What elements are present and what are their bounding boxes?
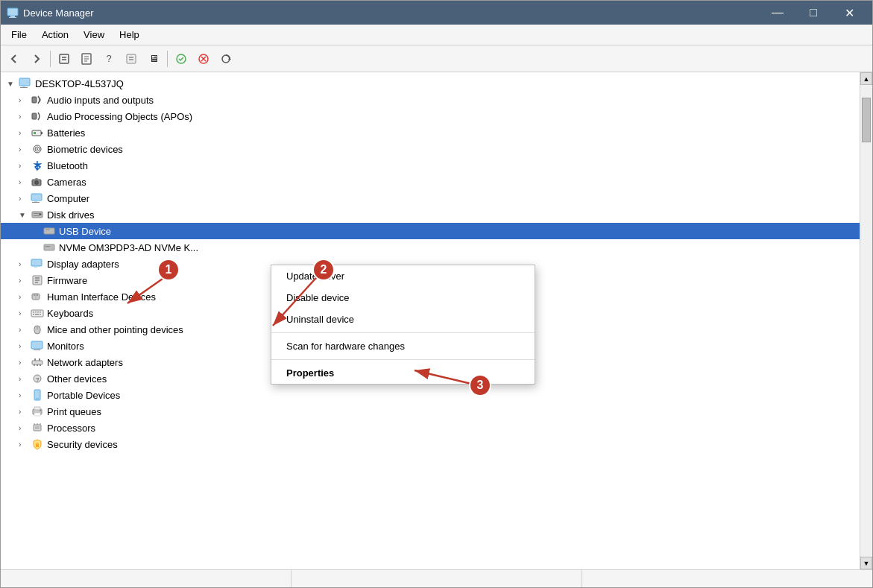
forward-button[interactable] [26, 48, 47, 69]
back-button[interactable] [4, 48, 25, 69]
disk-drives-arrow[interactable]: ▼ [19, 211, 31, 219]
svg-rect-79 [34, 407, 40, 410]
tree-item-computer[interactable]: › Computer [1, 190, 860, 206]
help-button[interactable]: ? [98, 48, 119, 69]
menu-view[interactable]: View [76, 26, 112, 43]
tree-item-portable-devices[interactable]: › Portable Devices [1, 387, 860, 403]
bluetooth-icon [31, 159, 44, 171]
scan-button[interactable] [215, 48, 236, 69]
svg-rect-61 [40, 314, 41, 315]
close-button[interactable]: ✕ [832, 1, 866, 25]
biometric-arrow[interactable]: › [19, 145, 31, 154]
tree-item-bluetooth[interactable]: › Bluetooth [1, 157, 860, 174]
toolbar-sep-2 [167, 51, 168, 67]
update-driver-toolbar-button[interactable] [121, 48, 142, 69]
tree-item-cameras[interactable]: › Cameras [1, 174, 860, 190]
biometric-icon [31, 143, 44, 155]
svg-rect-38 [34, 215, 40, 216]
svg-rect-19 [19, 78, 30, 86]
scrollbar-down-arrow[interactable]: ▼ [860, 557, 872, 569]
status-segment-3 [582, 570, 872, 587]
tree-item-disk-drives[interactable]: ▼ Disk drives [1, 206, 860, 223]
tree-item-usb-device[interactable]: USB Device [1, 223, 860, 239]
tree-item-audio-processing[interactable]: › Audio Processing Objects (APOs) [1, 108, 860, 124]
enable-button[interactable] [171, 48, 192, 69]
ctx-disable-device[interactable]: Disable device [271, 287, 535, 309]
svg-rect-40 [44, 228, 54, 234]
mice-arrow[interactable]: › [19, 326, 31, 334]
keyboards-label: Keyboards [47, 308, 93, 319]
properties-toolbar-button[interactable] [54, 48, 75, 69]
toolbar: ? 🖥 [1, 45, 872, 72]
svg-rect-21 [20, 87, 28, 88]
menu-help[interactable]: Help [112, 26, 147, 43]
mice-icon [31, 323, 44, 335]
tree-root[interactable]: ▼ DESKTOP-4L537JQ [1, 75, 860, 92]
ctx-update-driver[interactable]: Update driver [271, 265, 535, 287]
svg-point-64 [37, 327, 38, 329]
other-devices-arrow[interactable]: › [19, 375, 31, 383]
svg-rect-23 [32, 113, 37, 119]
svg-rect-26 [34, 132, 36, 134]
menu-action[interactable]: Action [34, 26, 76, 43]
disk-drives-label: Disk drives [47, 209, 95, 221]
menu-bar: File Action View Help [1, 25, 872, 45]
batteries-arrow[interactable]: › [19, 129, 31, 137]
tree-item-nvme[interactable]: NVMe OM3PDP3-AD NVMe K... [1, 239, 860, 256]
tree-item-processors[interactable]: › Processors [1, 420, 860, 436]
cameras-arrow[interactable]: › [19, 178, 31, 186]
svg-rect-60 [35, 314, 39, 315]
tree-item-print-queues[interactable]: › Print queues [1, 403, 860, 420]
svg-rect-43 [45, 246, 50, 247]
ctx-scan-hardware[interactable]: Scan for hardware changes [271, 335, 535, 357]
tree-item-biometric[interactable]: › Biometric devices [1, 141, 860, 157]
tree-item-audio-inputs[interactable]: › Audio inputs and outputs [1, 92, 860, 108]
tree-item-security-devices[interactable]: › Security devices [1, 436, 860, 452]
svg-rect-44 [31, 259, 42, 266]
scrollbar-up-arrow[interactable]: ▲ [860, 72, 872, 85]
print-queues-arrow[interactable]: › [19, 408, 31, 416]
maximize-button[interactable]: □ [796, 1, 831, 25]
svg-rect-55 [33, 312, 34, 313]
monitors-arrow[interactable]: › [19, 342, 31, 350]
svg-rect-32 [35, 178, 38, 180]
root-expand-arrow[interactable]: ▼ [7, 80, 19, 88]
firmware-label: Firmware [47, 275, 87, 286]
svg-rect-33 [31, 194, 42, 200]
network-adapters-arrow[interactable]: › [19, 358, 31, 367]
bluetooth-arrow[interactable]: › [19, 162, 31, 170]
firmware-arrow[interactable]: › [19, 276, 31, 285]
svg-rect-73 [40, 364, 41, 366]
scrollbar-thumb[interactable] [862, 98, 871, 142]
security-devices-arrow[interactable]: › [19, 440, 31, 449]
svg-rect-37 [34, 213, 40, 214]
audio-processing-arrow[interactable]: › [19, 113, 31, 121]
disable-button[interactable] [193, 48, 214, 69]
display-adapters-arrow[interactable]: › [19, 260, 31, 268]
tree-item-batteries[interactable]: › Batteries [1, 124, 860, 141]
computer-icon-button[interactable]: 🖥 [143, 48, 164, 69]
computer-arrow[interactable]: › [19, 195, 31, 203]
display-adapters-label: Display adapters [47, 259, 119, 270]
audio-inputs-arrow[interactable]: › [19, 96, 31, 104]
ctx-properties[interactable]: Properties [271, 362, 535, 384]
ctx-uninstall-device[interactable]: Uninstall device [271, 309, 535, 330]
other-devices-icon: ? [31, 373, 44, 385]
svg-rect-24 [32, 130, 41, 136]
driver-details-button[interactable] [76, 48, 97, 69]
bluetooth-label: Bluetooth [47, 160, 88, 171]
svg-rect-56 [35, 312, 37, 313]
menu-file[interactable]: File [4, 26, 34, 43]
processors-icon [31, 422, 44, 434]
usb-device-icon [42, 225, 56, 237]
keyboards-arrow[interactable]: › [19, 309, 31, 317]
human-interface-icon [31, 291, 44, 303]
minimize-button[interactable]: — [760, 1, 795, 25]
human-interface-arrow[interactable]: › [19, 293, 31, 301]
processors-arrow[interactable]: › [19, 424, 31, 432]
portable-devices-arrow[interactable]: › [19, 391, 31, 399]
portable-devices-label: Portable Devices [47, 390, 120, 401]
batteries-label: Batteries [47, 127, 85, 139]
toolbar-sep-1 [50, 51, 51, 67]
scrollbar[interactable]: ▲ ▼ [860, 72, 872, 569]
